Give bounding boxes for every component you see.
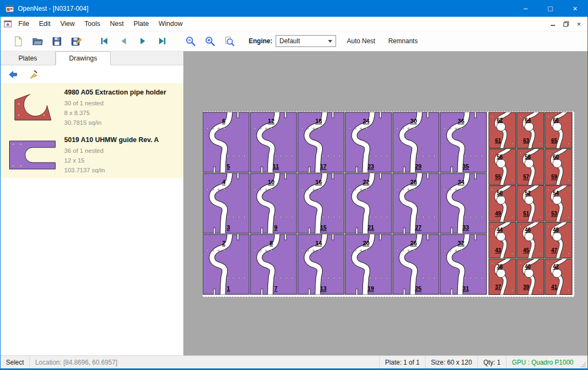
- status-gpu: GPU : Quadro P1000: [506, 356, 579, 368]
- svg-text:36: 36: [458, 118, 464, 124]
- status-spacer: [123, 356, 379, 368]
- svg-text:18: 18: [316, 118, 322, 124]
- new-file-icon: [12, 36, 24, 47]
- status-mode: Select: [1, 356, 30, 368]
- svg-text:1: 1: [227, 285, 230, 292]
- window-controls: − □ ×: [513, 1, 587, 17]
- svg-text:19: 19: [367, 285, 374, 292]
- nav-last-button[interactable]: [153, 32, 172, 50]
- menu-file[interactable]: File: [13, 17, 34, 30]
- nav-previous-icon: [118, 36, 129, 46]
- window-title: OpenNest - [N0317-004]: [18, 5, 88, 12]
- svg-text:61: 61: [495, 138, 502, 144]
- svg-text:33: 33: [462, 224, 469, 231]
- zoom-in-button[interactable]: [200, 32, 220, 50]
- menu-view[interactable]: View: [56, 17, 80, 30]
- drawing-area: 103.7137 sq/in: [64, 165, 159, 175]
- maximize-button[interactable]: □: [538, 1, 563, 17]
- svg-text:25: 25: [415, 285, 421, 292]
- engine-select[interactable]: Default: [276, 35, 336, 47]
- svg-text:66: 66: [553, 117, 559, 123]
- resize-grip[interactable]: [579, 356, 587, 368]
- svg-text:63: 63: [523, 138, 530, 144]
- svg-text:21: 21: [367, 224, 374, 231]
- menu-window[interactable]: Window: [154, 17, 187, 30]
- main-area: Plates Drawings: [1, 51, 587, 355]
- save-button[interactable]: [47, 32, 66, 50]
- zoom-fit-button[interactable]: [220, 32, 239, 50]
- svg-text:60: 60: [553, 154, 559, 160]
- svg-text:23: 23: [367, 163, 374, 170]
- svg-text:45: 45: [523, 247, 530, 253]
- nav-last-icon: [157, 36, 168, 46]
- mdi-minimize-button[interactable]: [547, 18, 559, 29]
- menu-nest[interactable]: Nest: [105, 17, 129, 30]
- tab-drawings[interactable]: Drawings: [56, 51, 111, 65]
- drawing-title: 5019 A10 UHMW guide Rev. A: [64, 136, 159, 144]
- nav-first-button[interactable]: [94, 32, 114, 50]
- svg-text:42: 42: [553, 264, 559, 270]
- statusbar: Select Location: [84.8696, 60.6957] Plat…: [1, 355, 587, 368]
- drawing-thumbnail-red: [5, 87, 61, 127]
- svg-text:48: 48: [553, 227, 559, 233]
- svg-text:26: 26: [411, 240, 417, 246]
- zoom-out-button[interactable]: [181, 32, 200, 50]
- drawing-size: 12 x 15: [64, 156, 159, 165]
- minimize-button[interactable]: −: [513, 1, 538, 17]
- engine-label: Engine:: [249, 37, 272, 45]
- close-button[interactable]: ×: [563, 1, 587, 17]
- save-as-icon: [71, 36, 82, 47]
- zoom-in-icon: [204, 36, 216, 47]
- menu-plate[interactable]: Plate: [128, 17, 154, 30]
- save-as-button[interactable]: [66, 32, 86, 50]
- menu-tools[interactable]: Tools: [80, 17, 105, 30]
- nest-canvas[interactable]: 6512111817242330293635431091615222128273…: [184, 51, 587, 355]
- toolbar: Engine: Default Auto Nest Remnants: [1, 31, 587, 51]
- nav-next-button[interactable]: [133, 32, 153, 50]
- open-folder-icon: [32, 36, 43, 47]
- clean-button[interactable]: [25, 67, 42, 82]
- tab-drawings-label: Drawings: [69, 55, 97, 62]
- svg-text:55: 55: [495, 174, 502, 180]
- svg-text:40: 40: [525, 264, 531, 270]
- plate-sheet[interactable]: 6512111817242330293635431091615222128273…: [202, 111, 575, 297]
- mdi-close-button[interactable]: ×: [573, 18, 585, 29]
- svg-text:4: 4: [222, 179, 226, 185]
- app-window: OpenNest - [N0317-004] − □ × File Edit V…: [0, 0, 588, 370]
- tab-strip: Plates Drawings: [1, 51, 183, 65]
- status-size: Size: 60 x 120: [425, 356, 477, 368]
- open-button[interactable]: [28, 32, 47, 50]
- auto-nest-button[interactable]: Auto Nest: [345, 34, 378, 48]
- status-qty: Qty: 1: [477, 356, 506, 368]
- drawing-thumbnail-purple: [5, 134, 61, 175]
- svg-text:46: 46: [525, 227, 531, 233]
- nav-previous-button[interactable]: [114, 32, 133, 50]
- flip-part-button[interactable]: [5, 67, 21, 82]
- left-panel: Plates Drawings: [1, 51, 184, 355]
- remnants-button[interactable]: Remnants: [386, 34, 420, 48]
- tab-plates-label: Plates: [18, 55, 37, 62]
- svg-text:39: 39: [523, 284, 530, 290]
- svg-text:56: 56: [497, 154, 503, 160]
- document-icon: [4, 20, 12, 28]
- new-button[interactable]: [8, 32, 28, 50]
- svg-text:14: 14: [316, 240, 323, 246]
- chevron-down-icon: [328, 40, 332, 43]
- drawing-item-uhmw-guide[interactable]: 5019 A10 UHMW guide Rev. A 36 of 1 neste…: [1, 131, 183, 178]
- svg-text:49: 49: [495, 211, 502, 217]
- menu-edit[interactable]: Edit: [34, 17, 56, 30]
- svg-text:12: 12: [268, 118, 275, 124]
- svg-text:6: 6: [222, 118, 225, 124]
- svg-text:38: 38: [497, 264, 503, 270]
- svg-text:9: 9: [274, 224, 277, 231]
- mdi-restore-button[interactable]: [560, 18, 572, 29]
- svg-text:16: 16: [316, 179, 322, 185]
- drawing-item-extraction-pipe-holder[interactable]: 4980 A05 Extraction pipe holder 30 of 1 …: [1, 83, 183, 131]
- save-icon: [51, 36, 63, 47]
- svg-text:5: 5: [227, 163, 230, 170]
- svg-text:64: 64: [525, 117, 531, 123]
- svg-text:28: 28: [411, 179, 417, 185]
- svg-text:27: 27: [415, 224, 421, 231]
- tab-plates[interactable]: Plates: [1, 51, 56, 65]
- nav-next-icon: [138, 36, 148, 46]
